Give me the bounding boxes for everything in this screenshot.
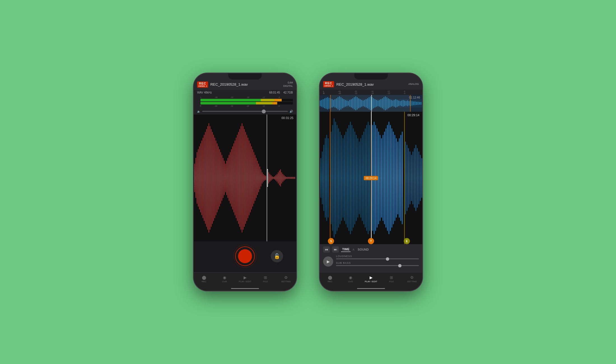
nav-file-1[interactable]: ⊞ FILE bbox=[255, 274, 276, 284]
tab-time[interactable]: TIME bbox=[341, 247, 351, 252]
svg-rect-28 bbox=[228, 158, 228, 198]
vu-scale-1: L -48 -32 -18 -12 -6 bbox=[197, 96, 293, 98]
lock-button[interactable]: 🔓 bbox=[271, 250, 283, 262]
phone-1-screen: REC 190528_1 REC_20190528_1.wav DJMDIGIT… bbox=[194, 73, 296, 291]
svg-rect-177 bbox=[344, 135, 345, 221]
vu-row-r bbox=[197, 102, 293, 104]
home-indicator-1[interactable] bbox=[231, 288, 259, 289]
svg-rect-91 bbox=[326, 98, 326, 109]
subbass-slider[interactable] bbox=[336, 265, 419, 266]
svg-rect-41 bbox=[243, 126, 244, 230]
svg-rect-149 bbox=[412, 101, 412, 106]
nav-rec-2[interactable]: ⬤ REC bbox=[320, 274, 340, 284]
waveform-area-1[interactable]: 00:31:25 bbox=[194, 115, 296, 241]
loudness-thumb[interactable] bbox=[386, 257, 389, 261]
svg-rect-22 bbox=[220, 152, 221, 204]
svg-rect-53 bbox=[257, 161, 258, 195]
file-info-1: WAV 48kHz 68:01:45 42.7GB bbox=[194, 90, 296, 95]
svg-rect-59 bbox=[264, 175, 265, 181]
nav-live-1[interactable]: ◉ LIVE bbox=[214, 274, 235, 284]
svg-rect-201 bbox=[380, 135, 381, 221]
overview-waveform[interactable]: 01:12:46 bbox=[320, 95, 422, 112]
nav-file-2[interactable]: ⊞ FILE bbox=[381, 274, 402, 284]
svg-rect-17 bbox=[214, 138, 215, 218]
svg-rect-70 bbox=[278, 172, 278, 184]
nav-play-1[interactable]: ▶ PLAY / EDIT bbox=[235, 274, 255, 284]
loudness-slider[interactable] bbox=[336, 258, 419, 259]
subbass-thumb[interactable] bbox=[398, 264, 402, 267]
nav-file-label-2: FILE bbox=[389, 280, 394, 283]
svg-rect-8 bbox=[204, 135, 204, 221]
svg-rect-93 bbox=[329, 98, 330, 109]
loudness-label: LOUDNESS bbox=[336, 255, 419, 258]
svg-rect-151 bbox=[414, 101, 415, 105]
nav-rec-icon-2: ⬤ bbox=[328, 275, 332, 280]
nav-live-2[interactable]: ◉ LIVE bbox=[340, 274, 361, 284]
svg-rect-90 bbox=[324, 98, 325, 108]
svg-rect-54 bbox=[258, 164, 259, 192]
svg-rect-42 bbox=[244, 129, 245, 227]
volume-thumb-1[interactable] bbox=[262, 109, 266, 113]
svg-rect-225 bbox=[417, 148, 418, 208]
svg-rect-206 bbox=[387, 125, 388, 231]
nav-live-icon-2: ◉ bbox=[349, 275, 352, 280]
edit-play-button[interactable]: ▶ bbox=[323, 256, 333, 267]
svg-rect-30 bbox=[230, 152, 230, 204]
svg-rect-221 bbox=[411, 155, 412, 201]
svg-rect-82 bbox=[292, 177, 293, 179]
home-indicator-2[interactable] bbox=[357, 288, 385, 289]
svg-rect-160 bbox=[330, 112, 330, 244]
svg-rect-36 bbox=[237, 135, 237, 221]
svg-rect-15 bbox=[212, 132, 213, 224]
svg-rect-167 bbox=[328, 138, 329, 218]
nav-setting-2[interactable]: ⚙ SETTING bbox=[402, 274, 422, 284]
svg-rect-152 bbox=[416, 102, 417, 105]
svg-rect-1 bbox=[195, 158, 196, 198]
svg-rect-203 bbox=[382, 135, 383, 221]
nav-live-label-1: LIVE bbox=[222, 280, 227, 283]
svg-rect-4 bbox=[199, 146, 200, 210]
svg-rect-57 bbox=[262, 172, 262, 184]
svg-rect-21 bbox=[219, 149, 220, 207]
svg-rect-14 bbox=[211, 129, 211, 227]
nav-setting-label-1: SETTING bbox=[281, 280, 291, 283]
nav-file-icon-2: ⊞ bbox=[390, 275, 393, 280]
record-button[interactable] bbox=[235, 246, 255, 266]
next-button[interactable]: ⏭ bbox=[332, 246, 339, 253]
svg-rect-219 bbox=[408, 148, 409, 208]
tab-sound[interactable]: SOUND bbox=[356, 247, 370, 252]
prev-button[interactable]: ⏮ bbox=[323, 246, 330, 253]
svg-rect-7 bbox=[203, 138, 203, 218]
svg-rect-188 bbox=[360, 138, 361, 218]
nav-rec-1[interactable]: ⬤ REC bbox=[194, 274, 214, 284]
svg-rect-163 bbox=[322, 151, 323, 204]
vu-bar-r bbox=[200, 102, 293, 104]
header-1: REC 190528_1 REC_20190528_1.wav DJMDIGIT… bbox=[194, 73, 296, 90]
phone-1: REC 190528_1 REC_20190528_1.wav DJMDIGIT… bbox=[193, 73, 297, 291]
svg-rect-65 bbox=[272, 176, 272, 180]
nav-setting-label-2: SETTING bbox=[407, 280, 417, 283]
svg-rect-74 bbox=[283, 174, 283, 182]
svg-rect-6 bbox=[202, 141, 202, 215]
svg-rect-20 bbox=[218, 146, 219, 210]
svg-rect-158 bbox=[330, 95, 331, 112]
nav-play-2[interactable]: ▶ PLAY / EDIT bbox=[361, 274, 381, 284]
nav-file-label-1: FILE bbox=[263, 280, 268, 283]
svg-rect-178 bbox=[346, 132, 346, 224]
svg-rect-40 bbox=[242, 123, 242, 233]
slider-group: LOUDNESS SUB BASS bbox=[336, 255, 419, 268]
svg-rect-5 bbox=[200, 143, 201, 213]
svg-rect-2 bbox=[197, 152, 197, 204]
marker-t[interactable]: T bbox=[368, 238, 374, 244]
nav-setting-1[interactable]: ⚙ SETTING bbox=[276, 274, 296, 284]
svg-rect-13 bbox=[210, 126, 210, 230]
svg-rect-76 bbox=[285, 176, 286, 180]
svg-rect-24 bbox=[223, 158, 223, 198]
volume-slider-1[interactable] bbox=[202, 111, 288, 112]
overview-svg bbox=[320, 95, 422, 112]
marker-e[interactable]: E bbox=[404, 238, 410, 244]
main-waveform[interactable]: 00:29:14 bbox=[320, 112, 422, 244]
nav-play-icon-2: ▶ bbox=[370, 275, 373, 280]
filename-2: REC_20190528_1.wav bbox=[336, 82, 406, 87]
svg-rect-176 bbox=[342, 138, 343, 218]
